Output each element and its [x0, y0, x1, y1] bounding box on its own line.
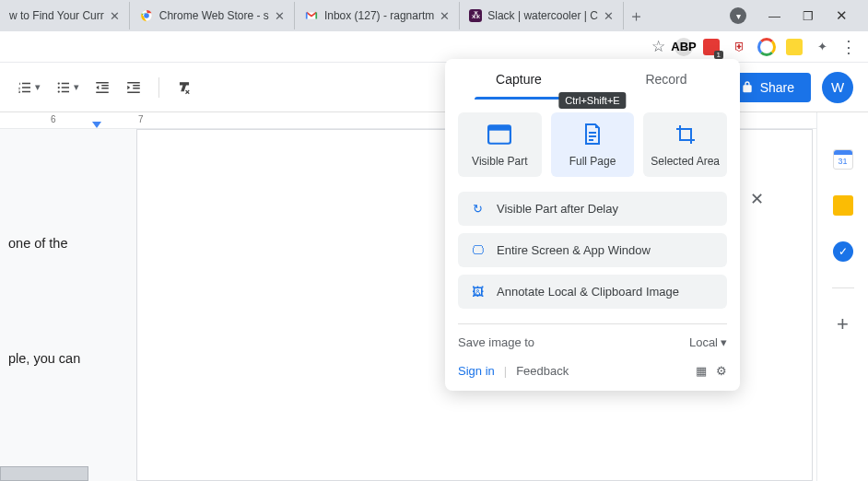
image-icon: 🖼 [469, 285, 486, 299]
lock-icon [740, 80, 755, 95]
settings-icon[interactable]: ⚙ [716, 364, 727, 378]
tab-title: w to Find Your Curr [9, 9, 104, 22]
close-window-button[interactable]: ✕ [836, 7, 848, 24]
bulleted-list-button[interactable]: ▾ [53, 76, 81, 100]
tab-title: Slack | watercooler | C [487, 9, 598, 22]
page-icon [582, 123, 603, 146]
save-image-to-label: Save image to [458, 335, 534, 349]
indent-marker-icon[interactable] [92, 122, 101, 128]
slack-icon: ⁂ [469, 9, 482, 22]
close-icon[interactable]: ✕ [110, 9, 120, 23]
separator [832, 287, 854, 288]
browser-tab[interactable]: ⁂ Slack | watercooler | C ✕ [460, 2, 624, 29]
new-tab-button[interactable]: ＋ [624, 6, 650, 27]
extension-icon[interactable]: 1 [702, 38, 721, 56]
ruler-mark: 7 [138, 114, 144, 124]
clear-formatting-button[interactable] [174, 76, 194, 100]
ruler-mark: 6 [51, 114, 56, 124]
shortcut-tooltip: Ctrl+Shift+E [558, 92, 626, 109]
bookmark-star-icon[interactable]: ☆ [651, 37, 665, 56]
browser-tab[interactable]: Inbox (127) - ragnartm ✕ [295, 2, 460, 29]
minimize-button[interactable]: — [768, 9, 780, 23]
browser-tabstrip: w to Find Your Curr ✕ Chrome Web Store -… [0, 0, 868, 31]
svg-point-2 [58, 82, 60, 84]
decrease-indent-button[interactable] [92, 76, 112, 100]
separator: | [504, 364, 507, 378]
account-icon[interactable]: ▾ [730, 7, 746, 24]
chevron-down-icon: ▾ [721, 335, 727, 349]
gmail-icon [304, 8, 319, 23]
numbered-list-button[interactable]: ▾ [15, 76, 42, 100]
avatar[interactable]: W [822, 72, 853, 103]
close-panel-button[interactable]: ✕ [750, 189, 764, 209]
chrome-store-icon [139, 8, 154, 23]
browser-tab[interactable]: Chrome Web Store - s ✕ [130, 2, 295, 29]
crop-icon [674, 123, 697, 146]
extensions-menu-icon[interactable]: ✦ [813, 38, 831, 56]
side-panel-rail: 31 ✓ + [816, 112, 868, 481]
adblock-icon[interactable]: ABP [674, 38, 693, 56]
maximize-button[interactable]: ❐ [803, 9, 814, 23]
save-destination-dropdown[interactable]: Local▾ [689, 335, 727, 349]
close-icon[interactable]: ✕ [275, 9, 285, 23]
tab-title: Inbox (127) - ragnartm [324, 9, 434, 22]
tab-title: Chrome Web Store - s [159, 9, 269, 22]
capture-after-delay-button[interactable]: ↻ Visible Part after Delay [458, 192, 727, 226]
monitor-icon: 🖵 [469, 243, 486, 257]
shield-icon[interactable]: ⛨ [730, 38, 748, 56]
window-controls: ▾ — ❐ ✕ [730, 7, 861, 24]
svg-rect-6 [488, 125, 510, 130]
calendar-icon[interactable]: 31 [833, 149, 853, 170]
close-icon[interactable]: ✕ [604, 9, 614, 23]
thumbnail-preview [0, 466, 88, 481]
annotate-image-button[interactable]: 🖼 Annotate Local & Clipboard Image [458, 275, 727, 309]
capture-entire-screen-button[interactable]: 🖵 Entire Screen & App Window [458, 233, 727, 267]
close-icon[interactable]: ✕ [440, 9, 450, 23]
history-icon[interactable]: ▦ [696, 364, 707, 378]
timer-icon: ↻ [469, 202, 486, 216]
browser-toolbar: ☆ ABP 1 ⛨ ✦ ⋮ [0, 31, 868, 63]
svg-point-1 [144, 13, 149, 18]
capture-extension-icon[interactable] [757, 38, 776, 56]
feedback-link[interactable]: Feedback [516, 364, 569, 378]
badge: 1 [714, 51, 723, 59]
document-text: ple, you can [8, 351, 80, 366]
browser-tab[interactable]: w to Find Your Curr ✕ [0, 2, 130, 29]
document-text: one of the [8, 236, 68, 251]
capture-full-page-button[interactable]: Ctrl+Shift+E Full Page [551, 112, 635, 177]
increase-indent-button[interactable] [123, 76, 144, 100]
capture-selected-area-button[interactable]: Selected Area [643, 112, 727, 177]
window-icon [487, 123, 511, 146]
capture-extension-popup: Capture Record Visible Part Ctrl+Shift+E… [445, 59, 740, 391]
share-label: Share [760, 80, 794, 95]
tasks-icon[interactable]: ✓ [833, 241, 853, 262]
sign-in-link[interactable]: Sign in [458, 364, 495, 378]
add-addon-button[interactable]: + [833, 314, 853, 334]
svg-point-4 [58, 90, 60, 92]
browser-menu-icon[interactable]: ⋮ [840, 37, 857, 57]
capture-visible-part-button[interactable]: Visible Part [458, 112, 542, 177]
svg-point-3 [58, 86, 60, 88]
keep-icon[interactable] [833, 195, 853, 216]
extension-icon[interactable] [785, 38, 803, 56]
